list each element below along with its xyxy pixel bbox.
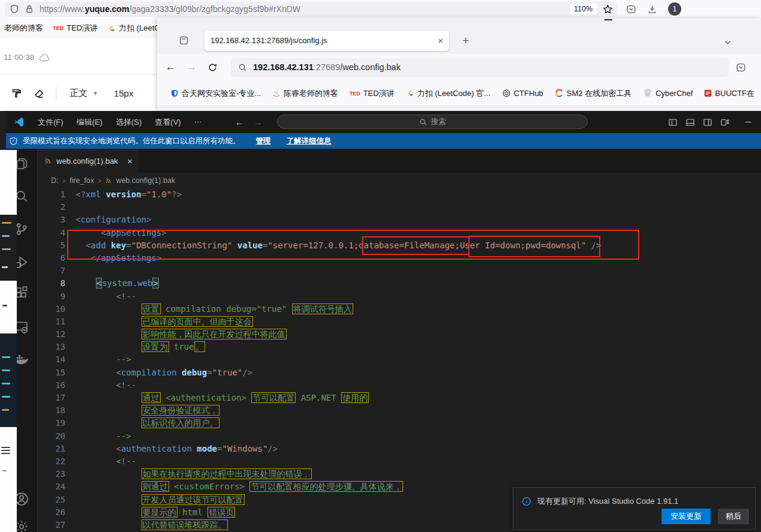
code-line[interactable]: 9 <!-- xyxy=(38,290,761,303)
menu-item[interactable]: 文件(F) xyxy=(32,115,69,130)
bookmark-label: BUUCTF在 xyxy=(715,88,754,99)
tab-manager-icon[interactable] xyxy=(179,35,189,46)
later-button[interactable]: 稍后 xyxy=(718,509,749,524)
permissions-shield-icon[interactable] xyxy=(10,4,19,14)
background-window-fragment xyxy=(0,150,17,215)
bookmark-item[interactable]: 力扣 (LeetCode) 官... xyxy=(406,88,491,99)
code-line[interactable]: 16 <!-- xyxy=(38,379,761,392)
code-area[interactable]: 1<?xml version="1.0"?>23<configuration>4… xyxy=(38,188,761,532)
back-button[interactable]: ← xyxy=(166,61,176,73)
code-line[interactable]: 12 影响性能，因此只在开发过程中将此值 xyxy=(38,328,761,341)
search-icon xyxy=(238,63,247,72)
bookmark-item[interactable]: ♨陈睿老师的博客 xyxy=(272,88,338,99)
breadcrumb-separator: > xyxy=(62,177,66,184)
toggle-panel-icon[interactable] xyxy=(685,118,695,127)
code-line[interactable]: 23 如果在执行请求的过程中出现未处理的错误， xyxy=(38,468,761,480)
bookmark-item[interactable]: BUUCTF在 xyxy=(704,88,754,99)
code-line[interactable]: 1<?xml version="1.0"?> xyxy=(38,188,761,201)
browser2-url-bar[interactable]: 192.168.42.131:27689/web.config.bak xyxy=(231,58,729,77)
breadcrumb[interactable]: D:>fire_fox>web.config(1).bak xyxy=(38,173,761,188)
browser1-url-bar[interactable]: https://www.yuque.com/gaga23333/gl09br/z… xyxy=(5,2,618,17)
account-badge[interactable]: 1 xyxy=(668,2,681,16)
code-line[interactable]: 21 <authentication mode="Windows"/> xyxy=(38,443,761,455)
customize-layout-icon[interactable] xyxy=(720,118,730,127)
menu-item[interactable]: 编辑(E) xyxy=(71,115,108,130)
code-line[interactable]: 7 xyxy=(38,265,761,277)
code-line[interactable]: 5 <add key="DBConnectionString" value="s… xyxy=(38,239,761,252)
code-line[interactable]: 22 <!-- xyxy=(38,455,761,468)
pocket-icon[interactable] xyxy=(626,4,636,14)
new-tab-button[interactable]: + xyxy=(462,34,469,47)
code-line[interactable]: 2 xyxy=(38,201,761,214)
sm2-tool-icon xyxy=(555,89,564,98)
menu-item[interactable]: 查看(V) xyxy=(149,115,186,130)
code-line[interactable]: 3<configuration> xyxy=(38,214,761,226)
line-number: 4 xyxy=(38,227,65,239)
zoom-level-badge[interactable]: 110% xyxy=(570,4,597,14)
nav-back-arrow[interactable]: ← xyxy=(235,117,244,127)
code-line[interactable]: 6 </appSettings> xyxy=(38,252,761,265)
paragraph-style-dropdown[interactable]: 正文 ▼ xyxy=(70,88,98,99)
code-line[interactable]: 14 --> xyxy=(38,353,761,366)
code-line[interactable]: 8 <system.web> xyxy=(38,277,761,290)
window-minimize-icon[interactable] xyxy=(744,118,753,127)
code-line[interactable]: 15 <compilation debug="true"/> xyxy=(38,366,761,379)
code-line[interactable]: 18 安全身份验证模式， xyxy=(38,404,761,417)
toggle-primary-sidebar-icon[interactable] xyxy=(668,118,678,127)
menu-item[interactable]: 选择(S) xyxy=(110,115,147,130)
chevron-down-icon: ▼ xyxy=(92,90,98,97)
command-center-search[interactable]: 搜索 xyxy=(277,115,588,129)
code-line[interactable]: 13 设置为 true。 xyxy=(38,341,761,353)
breadcrumb-item[interactable]: web.config(1).bak xyxy=(116,176,175,185)
code-line[interactable]: 10 设置 compilation debug="true" 将调试符号插入 xyxy=(38,303,761,315)
bookmark-item[interactable]: CyberChef xyxy=(643,89,693,98)
code-line[interactable]: 17 通过 <authentication> 节可以配置 ASP.NET 使用的 xyxy=(38,392,761,404)
hotspring-icon: ♨ xyxy=(272,89,280,98)
code-line[interactable]: 20 --> xyxy=(38,430,761,443)
format-painter-icon[interactable] xyxy=(11,88,22,99)
bookmark-label: 陈睿老师的博客 xyxy=(284,88,338,99)
banner-manage-link[interactable]: 管理 xyxy=(256,136,271,146)
bookmark-item[interactable]: CTFHub xyxy=(502,89,543,98)
ted-icon: TED xyxy=(350,91,360,97)
bookmark-label: CyberChef xyxy=(655,89,693,98)
banner-message: 受限模式旨在实现安全地浏览代码。信任此窗口以启用所有功能。 xyxy=(23,136,240,146)
bookmark-item[interactable]: TEDTED演讲 xyxy=(350,88,395,99)
bookmark-label: TED演讲 xyxy=(67,23,98,34)
tab-close-icon[interactable]: × xyxy=(438,35,443,46)
downloads-icon[interactable] xyxy=(647,4,657,14)
code-line[interactable]: 11 已编译的页面中。但由于这会 xyxy=(38,315,761,328)
leetcode-icon xyxy=(406,89,414,98)
breadcrumb-item[interactable]: fire_fox xyxy=(70,176,94,185)
install-update-button[interactable]: 安装更新 xyxy=(661,509,711,524)
forward-button[interactable]: → xyxy=(187,61,197,73)
line-number: 14 xyxy=(38,353,65,366)
list-all-tabs-chevron-icon[interactable] xyxy=(723,38,732,47)
code-line[interactable]: 19 以标识传入的用户。 xyxy=(38,417,761,429)
browser2-window: 192.168.42.131:27689/js/config.js × + ← … xyxy=(157,18,761,111)
tab-close-icon[interactable]: × xyxy=(127,156,133,166)
pocket-icon[interactable] xyxy=(736,62,746,73)
line-number: 18 xyxy=(38,404,65,417)
background-window-fragment xyxy=(0,333,17,427)
editor-tab-active[interactable]: web.config(1).bak × xyxy=(38,149,139,173)
code-line[interactable]: 4 <appSettings> xyxy=(38,227,761,239)
clear-format-eraser-icon[interactable] xyxy=(33,88,45,99)
browser2-active-tab[interactable]: 192.168.42.131:27689/js/config.js × xyxy=(204,31,449,51)
bookmark-item[interactable]: 合天网安实验室-专业... xyxy=(170,88,261,99)
url-text[interactable]: https://www.yuque.com/gaga23333/gl09br/z… xyxy=(40,4,570,14)
bookmark-item[interactable]: TEDTED演讲 xyxy=(53,23,98,34)
bookmark-star-icon[interactable] xyxy=(603,4,613,14)
font-size-dropdown[interactable]: 15px xyxy=(114,88,134,98)
minimize-icon[interactable] xyxy=(604,19,612,20)
bookmark-item[interactable]: SM2 在线加密工具 xyxy=(555,88,631,99)
bookmark-item[interactable]: 老师的博客 xyxy=(1,23,43,34)
breadcrumb-item[interactable]: D: xyxy=(51,176,59,185)
bookmark-item[interactable]: 力扣 (LeetC xyxy=(107,23,158,34)
menu-item[interactable]: ··· xyxy=(189,115,207,130)
lock-icon[interactable] xyxy=(25,4,34,14)
banner-learn-more-link[interactable]: 了解详细信息 xyxy=(287,136,332,146)
toggle-secondary-sidebar-icon[interactable] xyxy=(703,118,712,127)
nav-forward-arrow[interactable]: → xyxy=(254,117,263,127)
reload-icon[interactable] xyxy=(207,62,218,73)
